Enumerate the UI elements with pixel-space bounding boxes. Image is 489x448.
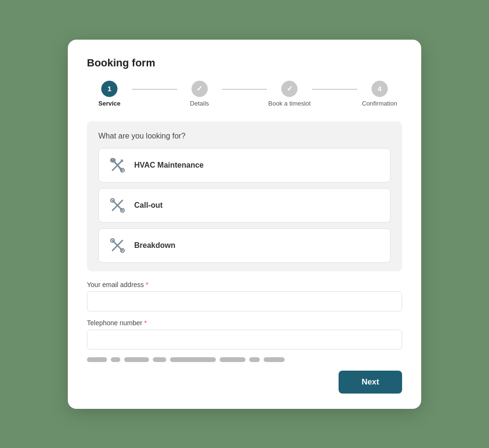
step-3-label: Book a timeslot	[268, 100, 311, 107]
card-title: Booking form	[87, 57, 402, 69]
step-2-label: Details	[190, 100, 209, 107]
connector-3-4	[312, 89, 357, 90]
dot-4	[153, 357, 166, 362]
service-breakdown[interactable]: Breakdown	[98, 228, 391, 263]
dot-1	[87, 357, 107, 362]
phone-group: Telephone number *	[87, 319, 402, 350]
service-callout-label: Call-out	[134, 201, 163, 210]
stepper: 1 Service ✓ Details ✓ Book a timeslot 4 …	[87, 81, 402, 107]
phone-required-star: *	[144, 319, 147, 327]
service-hvac-label: HVAC Maintenance	[134, 161, 204, 170]
service-hvac[interactable]: HVAC Maintenance	[98, 148, 391, 182]
step-2-circle: ✓	[191, 81, 208, 97]
dot-2	[111, 357, 120, 362]
main-section: What are you looking for?	[87, 121, 402, 271]
breakdown-icon	[108, 236, 127, 255]
step-4-circle: 4	[372, 81, 388, 97]
dot-8	[264, 357, 285, 362]
step-1-number: 1	[107, 85, 111, 93]
callout-icon	[108, 196, 127, 214]
connector-2-3	[222, 89, 267, 90]
service-breakdown-label: Breakdown	[134, 241, 175, 250]
step-1-circle: 1	[101, 81, 117, 97]
hvac-icon	[108, 156, 127, 174]
dot-5	[170, 357, 216, 362]
phone-input[interactable]	[87, 330, 402, 350]
step-1-label: Service	[98, 100, 120, 107]
connector-1-2	[132, 89, 177, 90]
dot-6	[220, 357, 245, 362]
booking-form-card: Booking form 1 Service ✓ Details ✓ Book …	[68, 40, 421, 409]
email-label: Your email address *	[87, 281, 402, 288]
step-service: 1 Service	[87, 81, 132, 107]
email-input[interactable]	[87, 291, 402, 311]
step-timeslot: ✓ Book a timeslot	[267, 81, 312, 107]
step-3-circle: ✓	[281, 81, 298, 97]
step-4-number: 4	[378, 85, 382, 93]
step-confirmation: 4 Confirmation	[357, 81, 402, 107]
service-callout[interactable]: Call-out	[98, 188, 391, 223]
progress-dots	[87, 357, 402, 362]
step-3-check: ✓	[287, 84, 293, 93]
next-button[interactable]: Next	[339, 371, 402, 394]
step-4-label: Confirmation	[362, 100, 397, 107]
step-2-check: ✓	[196, 84, 202, 93]
main-question: What are you looking for?	[98, 132, 391, 140]
dot-7	[249, 357, 260, 362]
footer-row: Next	[87, 371, 402, 394]
email-required-star: *	[146, 281, 148, 288]
step-details: ✓ Details	[177, 81, 222, 107]
email-group: Your email address *	[87, 281, 402, 311]
phone-label: Telephone number *	[87, 319, 402, 327]
dot-3	[124, 357, 149, 362]
